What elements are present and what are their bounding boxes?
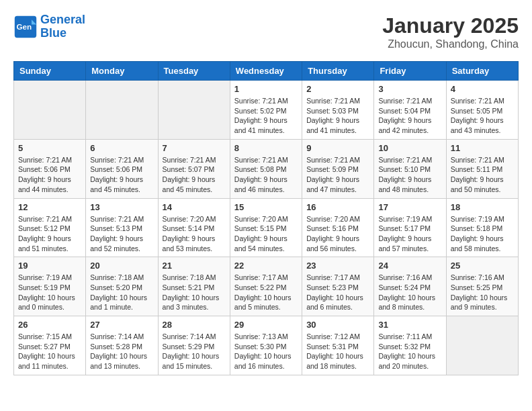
calendar-cell: 19Sunrise: 7:19 AM Sunset: 5:19 PM Dayli… bbox=[14, 257, 86, 316]
calendar-cell bbox=[446, 316, 518, 375]
calendar-table: SundayMondayTuesdayWednesdayThursdayFrid… bbox=[13, 61, 519, 375]
weekday-header: Tuesday bbox=[158, 62, 230, 81]
day-info: Sunrise: 7:19 AM Sunset: 5:19 PM Dayligh… bbox=[18, 273, 81, 312]
calendar-cell: 15Sunrise: 7:20 AM Sunset: 5:15 PM Dayli… bbox=[230, 198, 302, 257]
day-number: 9 bbox=[306, 143, 369, 153]
calendar-week-row: 1Sunrise: 7:21 AM Sunset: 5:02 PM Daylig… bbox=[14, 81, 519, 140]
calendar-title: January 2025 bbox=[382, 13, 519, 38]
day-number: 26 bbox=[18, 320, 81, 330]
calendar-cell: 30Sunrise: 7:12 AM Sunset: 5:31 PM Dayli… bbox=[302, 316, 374, 375]
day-number: 2 bbox=[306, 84, 369, 94]
calendar-cell: 11Sunrise: 7:21 AM Sunset: 5:11 PM Dayli… bbox=[446, 139, 518, 198]
day-number: 3 bbox=[378, 84, 441, 94]
day-info: Sunrise: 7:11 AM Sunset: 5:32 PM Dayligh… bbox=[378, 332, 441, 371]
calendar-cell: 26Sunrise: 7:15 AM Sunset: 5:27 PM Dayli… bbox=[14, 316, 86, 375]
day-number: 25 bbox=[451, 261, 514, 271]
day-number: 11 bbox=[451, 143, 514, 153]
calendar-week-row: 5Sunrise: 7:21 AM Sunset: 5:06 PM Daylig… bbox=[14, 139, 519, 198]
weekday-header: Monday bbox=[86, 62, 158, 81]
weekday-header: Thursday bbox=[302, 62, 374, 81]
day-number: 27 bbox=[90, 320, 153, 330]
day-info: Sunrise: 7:21 AM Sunset: 5:12 PM Dayligh… bbox=[18, 214, 81, 254]
calendar-cell: 13Sunrise: 7:21 AM Sunset: 5:13 PM Dayli… bbox=[86, 198, 158, 257]
calendar-cell: 7Sunrise: 7:21 AM Sunset: 5:07 PM Daylig… bbox=[158, 139, 230, 198]
day-info: Sunrise: 7:21 AM Sunset: 5:03 PM Dayligh… bbox=[306, 96, 369, 136]
calendar-cell: 2Sunrise: 7:21 AM Sunset: 5:03 PM Daylig… bbox=[302, 81, 374, 140]
calendar-cell: 8Sunrise: 7:21 AM Sunset: 5:08 PM Daylig… bbox=[230, 139, 302, 198]
calendar-week-row: 12Sunrise: 7:21 AM Sunset: 5:12 PM Dayli… bbox=[14, 198, 519, 257]
logo-blue: Blue bbox=[40, 27, 85, 40]
calendar-cell: 12Sunrise: 7:21 AM Sunset: 5:12 PM Dayli… bbox=[14, 198, 86, 257]
logo-text: General Blue bbox=[40, 13, 85, 40]
calendar-cell: 22Sunrise: 7:17 AM Sunset: 5:22 PM Dayli… bbox=[230, 257, 302, 316]
calendar-cell: 4Sunrise: 7:21 AM Sunset: 5:05 PM Daylig… bbox=[446, 81, 518, 140]
day-info: Sunrise: 7:18 AM Sunset: 5:21 PM Dayligh… bbox=[163, 273, 226, 312]
day-number: 28 bbox=[163, 320, 226, 330]
calendar-cell: 25Sunrise: 7:16 AM Sunset: 5:25 PM Dayli… bbox=[446, 257, 518, 316]
day-number: 10 bbox=[378, 143, 441, 153]
day-info: Sunrise: 7:21 AM Sunset: 5:05 PM Dayligh… bbox=[451, 96, 514, 136]
calendar-cell: 3Sunrise: 7:21 AM Sunset: 5:04 PM Daylig… bbox=[374, 81, 446, 140]
logo-icon: Gen bbox=[13, 15, 38, 39]
calendar-cell: 29Sunrise: 7:13 AM Sunset: 5:30 PM Dayli… bbox=[230, 316, 302, 375]
calendar-cell: 24Sunrise: 7:16 AM Sunset: 5:24 PM Dayli… bbox=[374, 257, 446, 316]
day-number: 16 bbox=[306, 202, 369, 212]
calendar-subtitle: Zhoucun, Shandong, China bbox=[382, 38, 519, 50]
page-header: Gen General Blue January 2025 Zhoucun, S… bbox=[13, 13, 519, 50]
day-number: 18 bbox=[451, 202, 514, 212]
day-info: Sunrise: 7:19 AM Sunset: 5:17 PM Dayligh… bbox=[378, 214, 441, 254]
calendar-cell: 9Sunrise: 7:21 AM Sunset: 5:09 PM Daylig… bbox=[302, 139, 374, 198]
day-number: 31 bbox=[378, 320, 441, 330]
day-number: 20 bbox=[90, 261, 153, 271]
day-number: 8 bbox=[234, 143, 298, 153]
day-number: 14 bbox=[163, 202, 226, 212]
day-number: 29 bbox=[234, 320, 298, 330]
day-number: 7 bbox=[163, 143, 226, 153]
calendar-cell: 10Sunrise: 7:21 AM Sunset: 5:10 PM Dayli… bbox=[374, 139, 446, 198]
day-number: 15 bbox=[234, 202, 298, 212]
calendar-cell: 18Sunrise: 7:19 AM Sunset: 5:18 PM Dayli… bbox=[446, 198, 518, 257]
calendar-cell: 17Sunrise: 7:19 AM Sunset: 5:17 PM Dayli… bbox=[374, 198, 446, 257]
day-number: 21 bbox=[163, 261, 226, 271]
day-info: Sunrise: 7:21 AM Sunset: 5:09 PM Dayligh… bbox=[306, 155, 369, 195]
day-info: Sunrise: 7:16 AM Sunset: 5:24 PM Dayligh… bbox=[378, 273, 441, 312]
day-number: 30 bbox=[306, 320, 369, 330]
day-number: 4 bbox=[451, 84, 514, 94]
calendar-cell bbox=[14, 81, 86, 140]
day-info: Sunrise: 7:21 AM Sunset: 5:08 PM Dayligh… bbox=[234, 155, 298, 195]
day-info: Sunrise: 7:19 AM Sunset: 5:18 PM Dayligh… bbox=[451, 214, 514, 254]
calendar-cell: 14Sunrise: 7:20 AM Sunset: 5:14 PM Dayli… bbox=[158, 198, 230, 257]
title-block: January 2025 Zhoucun, Shandong, China bbox=[382, 13, 519, 50]
svg-text:Gen: Gen bbox=[17, 21, 32, 30]
day-info: Sunrise: 7:21 AM Sunset: 5:02 PM Dayligh… bbox=[234, 96, 298, 136]
logo: Gen General Blue bbox=[13, 13, 85, 40]
day-info: Sunrise: 7:13 AM Sunset: 5:30 PM Dayligh… bbox=[234, 332, 298, 371]
day-number: 12 bbox=[18, 202, 81, 212]
day-info: Sunrise: 7:21 AM Sunset: 5:06 PM Dayligh… bbox=[90, 155, 153, 195]
day-number: 5 bbox=[18, 143, 81, 153]
calendar-cell: 20Sunrise: 7:18 AM Sunset: 5:20 PM Dayli… bbox=[86, 257, 158, 316]
calendar-cell: 16Sunrise: 7:20 AM Sunset: 5:16 PM Dayli… bbox=[302, 198, 374, 257]
calendar-cell: 31Sunrise: 7:11 AM Sunset: 5:32 PM Dayli… bbox=[374, 316, 446, 375]
day-info: Sunrise: 7:20 AM Sunset: 5:15 PM Dayligh… bbox=[234, 214, 298, 254]
calendar-cell: 21Sunrise: 7:18 AM Sunset: 5:21 PM Dayli… bbox=[158, 257, 230, 316]
calendar-cell: 5Sunrise: 7:21 AM Sunset: 5:06 PM Daylig… bbox=[14, 139, 86, 198]
day-info: Sunrise: 7:14 AM Sunset: 5:28 PM Dayligh… bbox=[90, 332, 153, 371]
day-number: 19 bbox=[18, 261, 81, 271]
day-number: 1 bbox=[234, 84, 298, 94]
calendar-cell: 23Sunrise: 7:17 AM Sunset: 5:23 PM Dayli… bbox=[302, 257, 374, 316]
weekday-header: Friday bbox=[374, 62, 446, 81]
calendar-cell: 1Sunrise: 7:21 AM Sunset: 5:02 PM Daylig… bbox=[230, 81, 302, 140]
day-number: 23 bbox=[306, 261, 369, 271]
weekday-header: Wednesday bbox=[230, 62, 302, 81]
logo-general: General bbox=[40, 13, 85, 26]
calendar-cell: 28Sunrise: 7:14 AM Sunset: 5:29 PM Dayli… bbox=[158, 316, 230, 375]
day-number: 6 bbox=[90, 143, 153, 153]
day-info: Sunrise: 7:21 AM Sunset: 5:07 PM Dayligh… bbox=[163, 155, 226, 195]
calendar-cell: 27Sunrise: 7:14 AM Sunset: 5:28 PM Dayli… bbox=[86, 316, 158, 375]
weekday-header: Sunday bbox=[14, 62, 86, 81]
calendar-week-row: 19Sunrise: 7:19 AM Sunset: 5:19 PM Dayli… bbox=[14, 257, 519, 316]
day-info: Sunrise: 7:17 AM Sunset: 5:23 PM Dayligh… bbox=[306, 273, 369, 312]
day-info: Sunrise: 7:21 AM Sunset: 5:04 PM Dayligh… bbox=[378, 96, 441, 136]
calendar-cell bbox=[86, 81, 158, 140]
